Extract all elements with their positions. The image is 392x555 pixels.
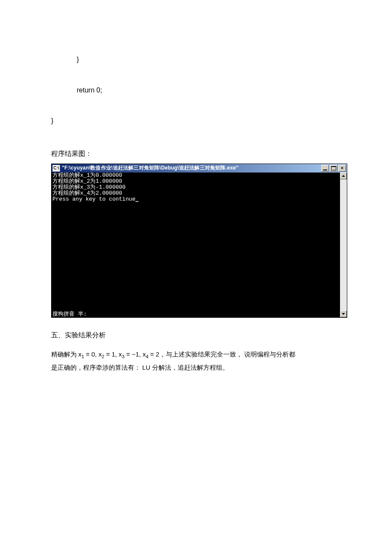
section-heading: 五、实验结果分析 <box>51 330 341 341</box>
code-block: } return 0; } <box>51 34 341 147</box>
text: LU <box>142 364 150 371</box>
vertical-scrollbar[interactable] <box>340 173 347 317</box>
analysis-paragraph: 精确解为 x1 = 0, x2 = 1, x3 = −1, x4 = 2，与上述… <box>51 348 341 374</box>
window-titlebar: C:\ "F:\cyuyan\数值作业\追赶法解三对角矩阵\Debug\追赶法解… <box>52 164 347 173</box>
scrollbar-track[interactable] <box>340 179 347 311</box>
output-line: 方程组的解x_4为2.000000 <box>52 190 122 196</box>
chevron-down-icon <box>342 313 345 315</box>
console-output: 方程组的解x_1为0.000000 方程组的解x_2为1.000000 方程组的… <box>52 173 340 317</box>
code-line: return 0; <box>51 85 341 95</box>
code-line: } <box>51 55 341 65</box>
scroll-up-button[interactable] <box>340 173 347 179</box>
minimize-button[interactable] <box>321 165 329 172</box>
maximize-button[interactable] <box>330 165 337 172</box>
output-line: 方程组的解x_3为-1.000000 <box>52 184 126 190</box>
text: 分解法，追赶法解方程组。 <box>150 364 229 371</box>
scroll-down-button[interactable] <box>340 311 347 317</box>
window-title: "F:\cyuyan\数值作业\追赶法解三对角矩阵\Debug\追赶法解三对角矩… <box>62 164 320 172</box>
window-buttons: × <box>320 165 346 172</box>
ime-status: 搜狗拼音 半: <box>52 311 87 317</box>
cursor-icon <box>135 201 138 202</box>
code-line: } <box>51 116 341 126</box>
equation: x1 = 0, x2 = 1, x3 = −1, x4 = 2 <box>78 351 159 358</box>
figure-caption: 程序结果图： <box>51 148 341 159</box>
text: 是正确的，程序牵涉的算法有： <box>51 364 142 371</box>
output-line: Press any key to continue <box>52 196 135 202</box>
output-line: 方程组的解x_1为0.000000 <box>52 173 122 178</box>
document-page: } return 0; } 程序结果图： C:\ "F:\cyuyan\数值作业… <box>0 0 392 555</box>
app-icon: C:\ <box>52 165 60 172</box>
output-line: 方程组的解x_2为1.000000 <box>52 178 122 184</box>
close-button[interactable]: × <box>338 165 346 172</box>
text: 精确解为 <box>51 351 78 358</box>
console-window: C:\ "F:\cyuyan\数值作业\追赶法解三对角矩阵\Debug\追赶法解… <box>51 164 347 318</box>
text: ，与上述实验结果完全一致， 说明编程与分析都 <box>159 351 295 358</box>
console-body: 方程组的解x_1为0.000000 方程组的解x_2为1.000000 方程组的… <box>52 173 347 317</box>
chevron-up-icon <box>342 175 345 177</box>
